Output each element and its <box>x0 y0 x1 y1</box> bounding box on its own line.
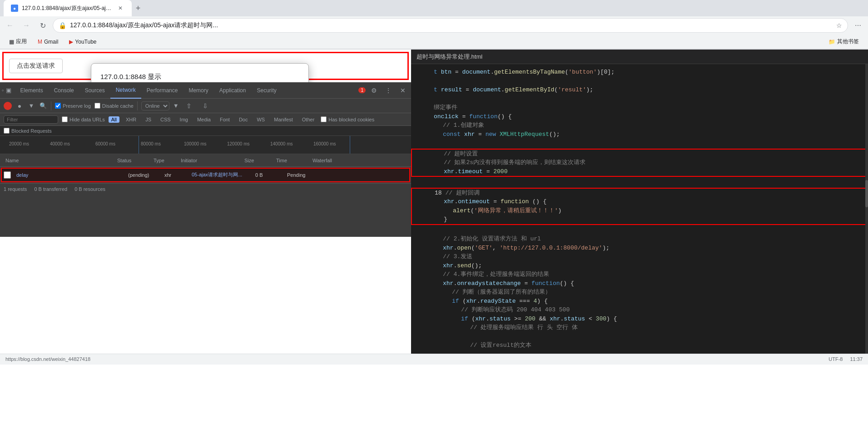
code-line-send-comment: // 3.发送 <box>411 252 868 261</box>
preserve-log-checkbox[interactable] <box>55 103 61 109</box>
filter-type-doc[interactable]: Doc <box>236 116 251 123</box>
filter-toggle-btn[interactable]: ▼ <box>27 102 35 110</box>
code-line-timeout-desc: // 如果2s内没有得到服务端的响应，则结束这次请求 <box>412 158 867 167</box>
status-url: https://blog.csdn.net/weixin_44827418 <box>5 356 90 362</box>
tab-performance[interactable]: Performance <box>141 82 184 99</box>
stop-btn[interactable]: ● <box>15 102 24 110</box>
timeline-label-1: 40000 ms <box>50 141 70 146</box>
upload-icon[interactable]: ⇧ <box>183 100 195 112</box>
table-row-container: delay (pending) xhr 05-ajax请求超时与网... 0 B… <box>1 168 410 182</box>
disable-cache-checkbox[interactable] <box>94 103 100 109</box>
apps-label: 应用 <box>16 38 27 45</box>
tab-sources[interactable]: Sources <box>79 82 110 99</box>
tab-memory[interactable]: Memory <box>183 82 213 99</box>
hide-data-urls-checkbox[interactable] <box>62 116 68 122</box>
preserve-log-text: Preserve log <box>63 103 91 109</box>
code-line-onready: xhr.onreadystatechange = function() { <box>411 279 868 288</box>
blocked-requests-checkbox[interactable] <box>4 128 10 134</box>
download-icon[interactable]: ⇩ <box>199 100 212 112</box>
code-panel-header: 超时与网络异常处理.html <box>411 50 868 64</box>
divider-2 <box>137 101 138 110</box>
throttle-select[interactable]: Online <box>141 101 169 110</box>
content-and-devtools: 点击发送请求 127.0.0.1:8848 显示 网络异常，请稍后重试！！！ 确… <box>0 50 411 237</box>
tab-network[interactable]: Network <box>110 82 141 99</box>
bookmark-gmail[interactable]: M Gmail <box>34 37 62 47</box>
filter-type-ws[interactable]: WS <box>254 116 268 123</box>
url-text: 127.0.0.1:8848/ajax/原生ajax/05-ajax请求超时与网… <box>70 21 833 30</box>
apps-icon: ▦ <box>9 39 14 45</box>
row-checkbox[interactable] <box>4 171 11 179</box>
has-blocked-text: Has blocked cookies <box>328 117 374 122</box>
code-line-blank-4 <box>411 178 868 187</box>
timeline-bar: 20000 ms 40000 ms 60000 ms 80000 ms 1000… <box>0 136 411 154</box>
filter-type-img[interactable]: Img <box>177 116 191 123</box>
filter-type-xhr[interactable]: XHR <box>123 116 139 123</box>
more-icon[interactable]: ⋮ <box>382 84 395 97</box>
scrollbar-thumb[interactable] <box>865 180 868 207</box>
record-btn[interactable] <box>4 102 12 110</box>
timeline-label-6: 140000 ms <box>270 141 293 146</box>
youtube-icon: ▶ <box>69 39 73 45</box>
bookmark-youtube[interactable]: ▶ YouTube <box>65 37 100 47</box>
filter-input[interactable] <box>4 115 58 124</box>
table-row[interactable]: delay (pending) xhr 05-ajax请求超时与网... 0 B… <box>2 169 409 181</box>
close-devtools-icon[interactable]: ✕ <box>397 84 409 97</box>
tab-security[interactable]: Security <box>251 82 282 99</box>
settings-icon[interactable]: ⚙ <box>367 84 380 97</box>
filter-type-all[interactable]: All <box>109 116 119 123</box>
reload-btn[interactable]: ↻ <box>36 19 49 32</box>
tab-console[interactable]: Console <box>49 82 79 99</box>
disable-cache-label[interactable]: Disable cache <box>94 103 134 109</box>
code-line-event-comment: // 4.事件绑定，处理服务端返回的结果 <box>411 270 868 279</box>
row-type: xhr <box>163 172 190 178</box>
bookmark-apps[interactable]: ▦ 应用 <box>5 36 30 47</box>
folder-icon: 📁 <box>828 39 835 45</box>
tab-close-btn[interactable]: ✕ <box>116 4 124 12</box>
gmail-icon: M <box>38 39 42 45</box>
extensions-btn[interactable]: ⋯ <box>852 19 864 32</box>
code-line-ontimeout-fn: xhr.ontimeout = function () { <box>412 197 867 206</box>
hide-data-urls-label[interactable]: Hide data URLs <box>62 116 105 122</box>
has-blocked-label[interactable]: Has blocked cookies <box>321 116 374 122</box>
devtools-inspect-icon[interactable]: ◦ <box>2 87 4 94</box>
preserve-log-label[interactable]: Preserve log <box>55 103 91 109</box>
send-request-btn[interactable]: 点击发送请求 <box>9 59 63 73</box>
row-name: delay <box>13 172 126 178</box>
row-status: (pending) <box>126 172 163 178</box>
filter-type-other[interactable]: Other <box>299 116 317 123</box>
filter-type-manifest[interactable]: Manifest <box>271 116 296 123</box>
forward-btn: → <box>20 19 33 32</box>
url-bar[interactable]: 🔒 127.0.0.1:8848/ajax/原生ajax/05-ajax请求超时… <box>53 18 848 33</box>
alert-dialog: 127.0.0.1:8848 显示 网络异常，请稍后重试！！！ 确定 <box>91 63 309 82</box>
bookmark-other[interactable]: 📁 其他书签 <box>825 36 863 47</box>
tab-elements[interactable]: Elements <box>15 82 49 99</box>
active-tab[interactable]: ● 127.0.0.1:8848/ajax/原生ajax/05-ajax请求..… <box>4 0 132 16</box>
filter-bar: Hide data URLs All XHR JS CSS Img Media … <box>0 113 411 126</box>
webpage-viewport: 点击发送请求 127.0.0.1:8848 显示 网络异常，请稍后重试！！！ 确… <box>0 50 411 82</box>
filter-type-font[interactable]: Font <box>217 116 233 123</box>
code-line-judge-comment: // 判断（服务器返回了所有的结果） <box>411 288 868 297</box>
tab-application[interactable]: Application <box>214 82 252 99</box>
filter-type-css[interactable]: CSS <box>158 116 174 123</box>
back-btn: ← <box>4 19 16 32</box>
code-line-blank-1 <box>411 77 868 86</box>
disable-cache-text: Disable cache <box>102 103 134 109</box>
new-tab-btn[interactable]: + <box>132 2 144 15</box>
search-network-btn[interactable]: 🔍 <box>39 102 47 110</box>
devtools-mobile-icon[interactable]: ▣ <box>6 87 11 94</box>
timeline-label-4: 100000 ms <box>184 141 206 146</box>
col-header-size: Size <box>243 158 274 163</box>
divider-1 <box>51 101 51 110</box>
blocked-requests-label[interactable]: Blocked Requests <box>4 128 52 134</box>
row-size: 0 B <box>253 172 285 178</box>
ontimeout-section: 18 // 超时回调 xhr.ontimeout = function () {… <box>411 188 868 225</box>
filter-type-js[interactable]: JS <box>143 116 154 123</box>
gmail-label: Gmail <box>44 39 58 45</box>
filter-type-media[interactable]: Media <box>194 116 213 123</box>
code-line-comment-bind: 绑定事件 <box>411 103 868 112</box>
table-header: Name Status Type Initiator Size Time Wat… <box>0 154 411 167</box>
timeline-line-right <box>350 136 350 154</box>
has-blocked-checkbox[interactable] <box>321 116 327 122</box>
blocked-requests-row: Blocked Requests <box>0 126 411 136</box>
timeline-line-left <box>139 136 139 154</box>
